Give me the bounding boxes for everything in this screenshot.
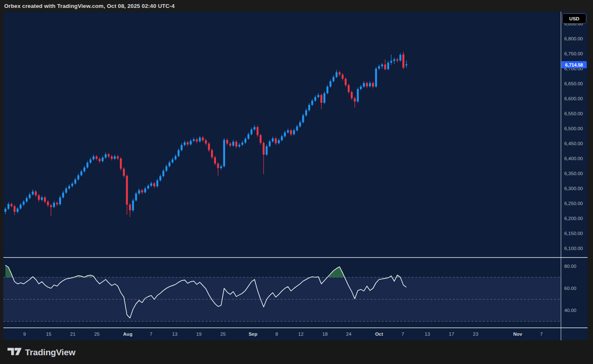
rsi-tick-label: 40.00: [564, 308, 576, 313]
candle-body: [363, 83, 365, 87]
candle-body: [92, 156, 94, 159]
candle-body: [84, 168, 86, 171]
candle-body: [384, 64, 386, 69]
candle-body: [318, 95, 320, 97]
time-day-label: 25: [221, 332, 226, 337]
candle-body: [32, 191, 34, 194]
candle-body: [178, 150, 180, 156]
candle-body: [44, 198, 46, 202]
time-month-label: Oct: [375, 332, 383, 337]
footer-bar: TradingView: [0, 340, 593, 364]
candle-body: [156, 181, 159, 186]
candle-body: [159, 176, 161, 180]
candle-body: [59, 198, 61, 205]
price-tick-label: 6,350.00: [564, 171, 583, 176]
candle-body: [375, 69, 377, 87]
candle-body: [20, 205, 22, 208]
candle-body: [381, 64, 383, 66]
candle-body: [244, 139, 246, 142]
candle-body: [102, 158, 104, 161]
candle-body: [320, 95, 323, 103]
candle-body: [229, 144, 231, 146]
candle-body: [211, 150, 213, 157]
candle-body: [287, 130, 289, 132]
candle-body: [311, 101, 313, 105]
candle-body: [348, 85, 350, 92]
tradingview-brand-link[interactable]: TradingView: [7, 346, 75, 359]
time-day-label: 21: [70, 332, 76, 337]
currency-button[interactable]: USD: [562, 13, 586, 24]
candle-body: [272, 139, 274, 141]
time-month-label: Aug: [123, 332, 132, 337]
candle-body: [193, 139, 195, 141]
time-day-label: 23: [473, 332, 479, 337]
candle-body: [114, 156, 116, 159]
candle-body: [26, 198, 28, 202]
candle-body: [175, 156, 177, 159]
candle-body: [378, 66, 380, 69]
candle-body: [223, 140, 225, 166]
candle-body: [299, 122, 301, 126]
candle-body: [150, 183, 152, 186]
candle-body: [202, 138, 204, 140]
candle-body: [238, 145, 241, 146]
candle-body: [65, 188, 67, 193]
candle-body: [266, 146, 268, 154]
time-day-label: 17: [449, 332, 454, 337]
price-tick-label: 6,200.00: [564, 216, 583, 221]
time-day-label: 8: [275, 332, 278, 337]
chart-canvas[interactable]: 6,850.006,800.006,750.006,700.006,650.00…: [0, 0, 593, 340]
candle-body: [323, 93, 325, 103]
candle-body: [208, 144, 210, 150]
candle-body: [281, 136, 283, 140]
candle-body: [330, 81, 332, 87]
time-day-label: 19: [196, 332, 202, 337]
candle-body: [387, 63, 390, 69]
candle-body: [166, 166, 168, 171]
candle-body: [38, 196, 40, 200]
candle-body: [47, 202, 49, 206]
candle-body: [132, 201, 134, 210]
candle-body: [351, 92, 353, 98]
candle-body: [241, 143, 243, 145]
candle-body: [169, 162, 171, 166]
candle-body: [293, 130, 295, 134]
candle-body: [357, 89, 359, 102]
candle-body: [56, 203, 58, 205]
candle-body: [147, 186, 149, 188]
candle-body: [96, 156, 98, 159]
candle-body: [17, 208, 19, 212]
candle-body: [327, 87, 329, 93]
candle-body: [23, 202, 25, 205]
candle-body: [5, 209, 7, 212]
price-tick-label: 6,450.00: [564, 141, 583, 146]
candle-body: [263, 143, 265, 155]
candle-body: [396, 59, 398, 61]
tradingview-brand-text: TradingView: [25, 347, 75, 357]
price-tick-label: 6,250.00: [564, 201, 583, 206]
candle-body: [402, 54, 404, 67]
time-day-label: 13: [172, 332, 178, 337]
candle-body: [251, 129, 253, 134]
candle-body: [284, 132, 286, 136]
candle-body: [278, 140, 280, 143]
candle-body: [308, 105, 310, 110]
candle-body: [141, 190, 143, 192]
time-day-label: 13: [425, 332, 430, 337]
candle-body: [217, 163, 219, 168]
candle-body: [77, 175, 79, 179]
candle-body: [260, 135, 262, 143]
candle-body: [35, 191, 37, 195]
candle-body: [105, 154, 107, 158]
candle-body: [53, 203, 55, 207]
candle-body: [248, 134, 250, 139]
candle-body: [29, 194, 31, 198]
candle-body: [236, 142, 238, 147]
last-price-badge: 6,714.58: [561, 61, 587, 68]
candle-body: [171, 159, 174, 162]
candle-body: [335, 72, 337, 77]
candle-body: [253, 127, 256, 129]
candle-body: [290, 130, 292, 134]
candle-body: [87, 163, 89, 168]
time-day-label: 18: [323, 332, 328, 337]
